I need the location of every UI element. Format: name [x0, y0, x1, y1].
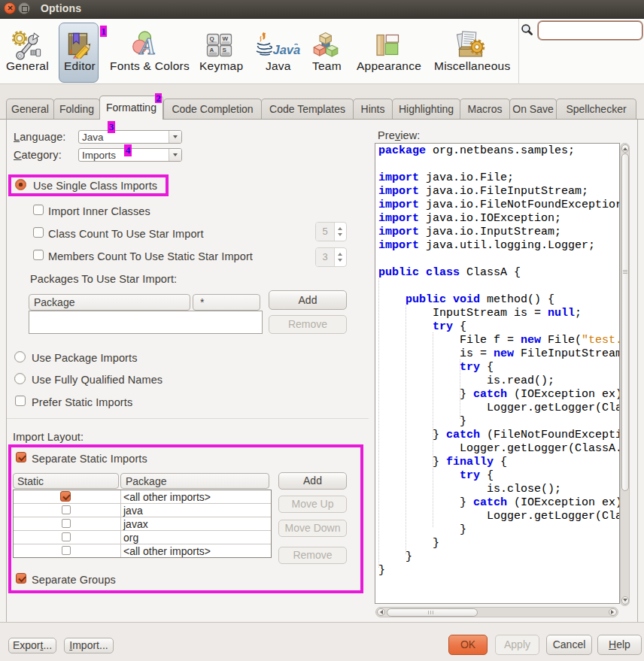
svg-text:A: A [138, 33, 156, 57]
svg-text:A: A [210, 47, 214, 53]
svg-text:S: S [223, 47, 227, 53]
svg-text:Q: Q [210, 35, 214, 42]
svg-text:W: W [223, 35, 229, 42]
